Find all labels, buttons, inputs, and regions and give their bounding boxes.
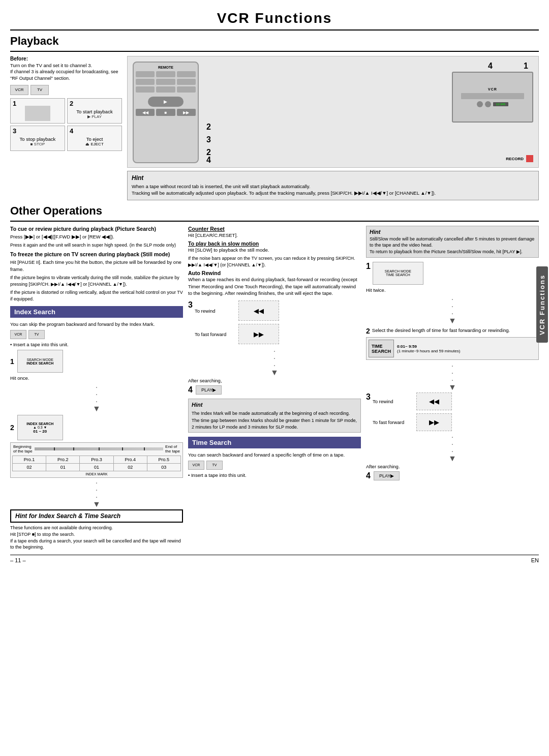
time-step2: 2 Select the desired length of time for …: [366, 327, 539, 335]
vcr-front-diagram: 4 1 REMOTE: [127, 56, 539, 168]
hint-for-bullets: These functions are not available during…: [10, 525, 183, 550]
index-step1: 1 SEARCH MODE INDEX SEARCH: [10, 350, 183, 373]
counter-reset-title: Counter Reset: [188, 226, 361, 232]
ff-diagram: ▶▶: [238, 324, 279, 344]
auto-rewind-section: Auto Rewind When a tape reaches its end …: [188, 270, 361, 296]
auto-rewind-body: When a tape reaches its end during playb…: [188, 276, 361, 296]
step-3-box: 3 To stop playback ■ STOP: [10, 126, 65, 151]
time-ff-item: To fast forward ▶▶: [373, 413, 539, 431]
picture-search-body: Press [▶▶] or [◀◀]([F.FWD ▶▶] or [REW ◀◀…: [10, 233, 183, 240]
other-ops-title: Other Operations: [10, 204, 102, 218]
dotted-arrow-3: ··· ▼: [188, 347, 361, 377]
index-insert-note: • Insert a tape into this unit.: [10, 341, 183, 348]
diagram-num-4-bot: 4: [206, 156, 211, 165]
auto-rewind-title: Auto Rewind: [188, 270, 361, 276]
hint-right-bullet-1: Still/Slow mode will be automatically ca…: [370, 236, 535, 248]
step-4-box: 4 To eject ⏏ EJECT: [67, 126, 122, 151]
after-searching-right: After searching.: [366, 464, 539, 469]
col-left: To cue or review picture during playback…: [10, 226, 183, 551]
prog-2-val: 01: [46, 464, 80, 471]
time-tv-icon: TV: [206, 461, 223, 470]
time-note: (1 minute~9 hours and 59 minutes): [397, 349, 460, 353]
dotted-arrow-2: ··· ▼: [10, 479, 183, 508]
time-search-box: Time Search: [188, 437, 361, 448]
time-rewind-item: To rewind ◀◀: [373, 392, 539, 410]
stop-icon-text: ■ STOP: [30, 142, 45, 146]
footer: – 11 – EN: [10, 555, 539, 563]
diagram-num-4: 4: [488, 62, 493, 71]
counter-reset-body: Hit [CLEAR/C.RESET].: [188, 232, 361, 238]
dotted-arrow-5: ··· ▼: [366, 362, 539, 391]
time-rewind-diagram: ◀◀: [416, 392, 452, 410]
time-step2-desc: Select the desired length of time for fa…: [372, 327, 539, 334]
col-mid: Counter Reset Hit [CLEAR/C.RESET]. To pl…: [188, 226, 361, 551]
step-1-box: 1: [10, 98, 65, 124]
time-insert-note: • Insert a tape into this unit.: [188, 472, 361, 478]
prog-3-val: 01: [80, 464, 113, 471]
time-vcr-icon: VCR: [188, 461, 204, 470]
hint-title: Hint: [132, 174, 534, 182]
time-step3: 3 To rewind ◀◀ To fast forward ▶▶: [366, 392, 539, 431]
hint-for-bullet-3: If a tape ends during a search, your sea…: [10, 538, 183, 551]
playback-slow-title: To play back in slow motion: [188, 240, 361, 247]
tape-diagram: Beginningof the tape End ofthe tape: [10, 442, 183, 478]
diagram-num-1: 1: [524, 62, 528, 71]
time-step1-note: Hit twice.: [366, 287, 539, 293]
hint-right-bullet-2: To return to playback from the Picture S…: [370, 249, 535, 255]
step-2-box: 2 To start playback ▶ PLAY: [67, 98, 122, 124]
index-mark-label: INDEX MARK: [12, 472, 181, 476]
time-ff-diagram: ▶▶: [416, 413, 452, 431]
diagram-num-2-left: 2: [206, 123, 211, 132]
still-mode-section: To freeze the picture on TV screen durin…: [10, 251, 183, 302]
hint-bullet-1: When a tape without record tab is insert…: [132, 183, 534, 190]
time-play-step4: 4 PLAY▶: [366, 471, 539, 480]
play-icon-text: ▶ PLAY: [87, 114, 102, 119]
step1-diagram: [25, 106, 50, 121]
hint-for-bullet-1: These functions are not available during…: [10, 525, 183, 531]
prog-1-val: 02: [13, 464, 46, 471]
footer-lang: EN: [531, 557, 539, 563]
dotted-arrow-1: ··· ▼: [10, 383, 183, 413]
index-step2-diagram: INDEX SEARCH ▲ 0.3 ▼ 01 ~ 20: [17, 415, 63, 440]
hint-box: Hint When a tape without record tab is i…: [127, 171, 539, 200]
remote-control: REMOTE ▶ ◀◀: [133, 62, 199, 163]
index-search-desc: You can skip the program backward and fo…: [10, 321, 183, 327]
index-search-section: Index Search You can skip the program ba…: [10, 306, 183, 508]
dotted-arrow-6: ··· ▼: [366, 433, 539, 463]
counter-reset-section: Counter Reset Hit [CLEAR/C.RESET].: [188, 226, 361, 238]
still-mode-title: To freeze the picture on TV screen durin…: [10, 251, 183, 257]
prog-3-label: Pro.3: [80, 456, 113, 464]
time-step1-diagram: SEARCH MODE TIME SEARCH: [373, 262, 423, 285]
rewind-ff-section: 3 To rewind ◀◀ To fast forward ▶▶: [188, 300, 361, 395]
hint-mid-title: Hint: [192, 401, 357, 408]
picture-search-note: Press it again and the unit will search …: [10, 242, 183, 249]
eject-icon-text: ⏏ EJECT: [85, 142, 104, 146]
prog-5-val: 03: [147, 464, 180, 471]
index-step1-note: Hit once.: [10, 375, 183, 381]
rewind-item: To rewind ◀◀: [195, 300, 361, 321]
time-search-desc: You can search backward and forward a sp…: [188, 451, 361, 458]
dotted-arrow-4: ··· ▼: [366, 295, 539, 325]
prog-1-label: Pro.1: [13, 456, 46, 464]
prog-5-label: Pro.5: [147, 456, 180, 464]
hint-for-box: Hint for Index Search & Time Search: [10, 509, 183, 523]
hint-for-bullet-2: Hit [STOP ■] to stop the search.: [10, 531, 183, 538]
vcr-unit-diagram: VCR 12:345: [452, 72, 533, 123]
vcr-controls-row: RECORD: [506, 155, 533, 162]
playback-slow-section: To play back in slow motion Hit [SLOW] t…: [188, 240, 361, 268]
diagram-num-3: 3: [206, 135, 211, 144]
hint-right-box: Hint Still/Slow mode will be automatical…: [366, 226, 539, 258]
index-vcr-icons: VCR TV: [10, 330, 183, 339]
index-table: Pro.1 Pro.2 Pro.3 Pro.4 Pro.5 02 01 01 0…: [12, 456, 181, 471]
still-mode-note-1: If the picture begins to vibrate vertica…: [10, 275, 183, 287]
index-tv-icon: TV: [28, 330, 45, 339]
hint-mid-box: Hint The Index Mark will be made automat…: [188, 399, 361, 433]
play-step4: 4 PLAY▶: [188, 385, 361, 395]
ff-item: To fast forward ▶▶: [195, 324, 361, 344]
rewind-diagram: ◀◀: [238, 300, 279, 321]
picture-search-section: To cue or review picture during playback…: [10, 226, 183, 249]
before-label: Before:: [10, 56, 122, 62]
time-search-section: Time Search You can search backward and …: [188, 437, 361, 478]
time-selector-diagram: TIMESEARCH 0:01~ 9:59 (1 minute~9 hours …: [366, 337, 539, 360]
prog-2-label: Pro.2: [46, 456, 80, 464]
